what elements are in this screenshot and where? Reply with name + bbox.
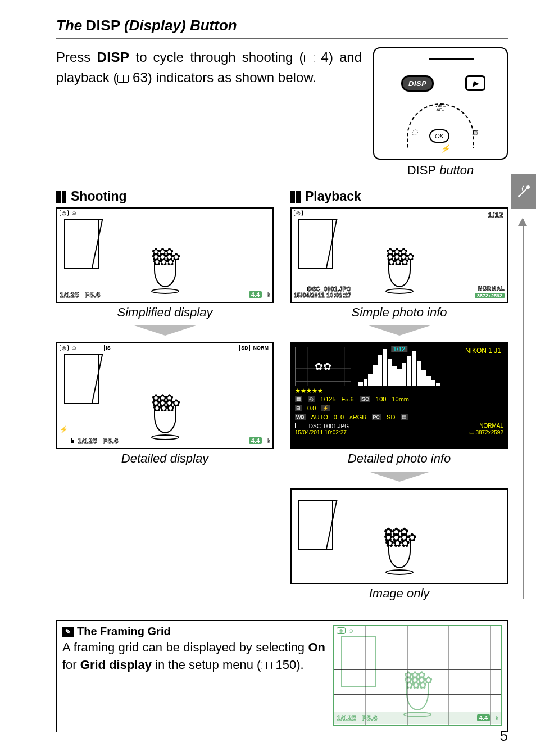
intro-disp: DISP (97, 49, 129, 65)
title-suffix: (Display) Button (124, 17, 237, 34)
cycle-arrow-down (56, 325, 274, 338)
shots-remaining: 4.4 (477, 714, 490, 721)
svg-marker-4 (369, 472, 430, 482)
filename: DSC_0001.JPG (309, 423, 349, 429)
dimensions: 3872x2592 (476, 429, 504, 436)
pencil-icon: ✎ (62, 627, 74, 637)
framing-grid-figure: ◎ ☺ ✿✿✿✿✿✿✿ ✿✿✿ 1/125 F5.6 4.4k (333, 625, 502, 726)
book-icon (261, 662, 272, 669)
intro-ref1: 4 (321, 49, 329, 65)
note-part1: A framing grid can be displayed by selec… (62, 640, 308, 654)
frame-count: 1/12 (391, 346, 407, 352)
note-heading: ✎ The Framing Grid (62, 625, 325, 638)
camera-caption: DISP button (373, 163, 508, 178)
ev-icon: ▨ (472, 129, 478, 136)
intro-ref2: 63 (133, 70, 148, 85)
book-icon (304, 55, 315, 62)
playback-heading-text: Playback (305, 189, 361, 204)
shooting-heading-text: Shooting (71, 189, 127, 204)
shutter-value: 1/125 (60, 291, 79, 299)
image-only-caption: Image only (290, 586, 508, 601)
ok-button-graphic: OK (429, 129, 449, 143)
flash-ev-icon: ⚡ (321, 405, 330, 411)
aperture-value: F5.6 (362, 714, 378, 722)
aperture-value: F5.6 (342, 396, 354, 402)
intro-text: Press DISP to cycle through shooting ( 4… (56, 47, 362, 88)
wb-value: AUTO (311, 414, 328, 420)
simple-photo-info-figure: ◎ 1/12 ✿✿✿✿✿✿✿ ✿✿✿ DSC_0001.JPG NORMAL 1… (290, 207, 508, 303)
card-icon: ▭ (469, 429, 474, 436)
flash-indicator: ⚡ (60, 425, 68, 433)
note-heading-text: The Framing Grid (77, 625, 171, 638)
simple-info-caption: Simple photo info (290, 305, 508, 320)
note-on: On (308, 640, 325, 654)
filename: DSC_0001.JPG (308, 286, 352, 292)
iso-label: ISO (360, 396, 371, 402)
datetime: 15/04/2011 10:02:27 (295, 429, 347, 436)
camera-caption-disp: DISP (407, 163, 436, 177)
camera-illustration: DISP ▶ AE-L AF-L ◌ ▨ OK ⚡ (373, 47, 508, 160)
page-title: The DISP (Display) Button (56, 17, 508, 39)
dimensions: 3872x2592 (475, 293, 505, 298)
wb-icon: WB (295, 414, 306, 420)
ev-value: 0.0 (307, 405, 316, 411)
k-suffix: k (267, 292, 270, 298)
camera-figure: DISP ▶ AE-L AF-L ◌ ▨ OK ⚡ DISP button (373, 47, 508, 178)
ev-icon: ⊞ (295, 405, 302, 411)
side-tab (511, 174, 536, 209)
self-timer-icon: ◌ (411, 128, 417, 136)
intro-part1: Press (56, 49, 97, 65)
aperture-value: F5.6 (85, 291, 101, 299)
heading-bars-icon (290, 191, 301, 203)
cycle-arrow-down (290, 325, 508, 338)
thumbnail: ✿✿ (295, 347, 351, 386)
page-number: 5 (500, 727, 508, 745)
picture-control: SD (387, 414, 395, 420)
iso-value: 100 (376, 396, 386, 402)
rating-stars: ★★★★★ (295, 387, 503, 395)
title-disp-word: DISP (85, 17, 121, 34)
shutter-value: 1/125 (78, 437, 97, 445)
playback-button-graphic: ▶ (465, 75, 485, 91)
shots-remaining: 4.4 (249, 291, 262, 298)
shots-remaining: 4.4 (249, 437, 262, 444)
note-part3: in the setup menu ( (152, 658, 261, 672)
title-prefix: The (56, 17, 82, 34)
simplified-caption: Simplified display (56, 305, 274, 320)
focal-length: 10mm (392, 396, 409, 402)
shutter-value: 1/125 (320, 396, 336, 402)
wb-fine: 0, 0 (334, 414, 344, 420)
matrix-icon: ▦ (295, 396, 302, 402)
grid-overlay (334, 626, 501, 725)
playback-column: Playback ◎ 1/12 ✿✿✿✿✿✿✿ ✿✿✿ DSC_0001.JPG… (290, 189, 508, 606)
quality-label: NORMAL (479, 423, 503, 429)
detailed-display-figure: ◎ ☺ IS SD NORM ✿✿✿✿✿✿✿ ✿✿✿ ⚡ 1/125 F5.6 … (56, 342, 274, 449)
quality-label: NORMAL (478, 286, 505, 292)
detailed-info-caption: Detailed photo info (290, 451, 508, 466)
svg-point-1 (526, 185, 530, 189)
camera-model: NIKON 1 J1 (465, 347, 501, 355)
cycle-arrow (519, 219, 527, 599)
svg-marker-2 (134, 325, 196, 336)
cycle-arrow-down (290, 472, 508, 484)
svg-marker-3 (369, 325, 430, 336)
mode-icon: ◎ (308, 396, 315, 402)
antenna-icon (515, 183, 532, 200)
simplified-display-figure: ◎ ☺ ✿✿✿✿✿✿✿ ✿✿✿ 1/125 F5.6 4.4k (56, 207, 274, 303)
heading-bars-icon (56, 191, 66, 203)
intro-part4: ) indicators as shown below. (148, 70, 316, 85)
note-text: A framing grid can be displayed by selec… (62, 639, 325, 674)
datetime: 15/04/2011 10:02:27 (294, 292, 351, 298)
dlighting-icon: ▤ (401, 414, 408, 420)
battery-icon (294, 286, 306, 291)
note-grid: Grid display (80, 658, 152, 672)
battery-icon (60, 438, 72, 443)
k-suffix: k (496, 715, 498, 721)
note-part4: ). (296, 658, 303, 672)
battery-icon (295, 423, 307, 428)
k-suffix: k (267, 438, 270, 444)
image-only-figure: ✿✿✿✿✿✿✿ ✿✿✿ (290, 488, 508, 584)
book-icon (117, 75, 129, 83)
shooting-column: Shooting ◎ ☺ ✿✿✿✿✿✿✿ ✿✿✿ 1/125 F5.6 4.4k… (56, 189, 274, 606)
pc-icon: PC (372, 414, 381, 420)
